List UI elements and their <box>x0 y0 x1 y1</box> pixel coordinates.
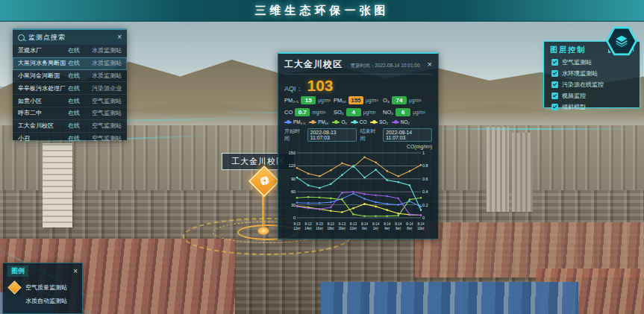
cyan-glow-line <box>418 128 642 130</box>
pollutant-value-badge: 6 <box>396 108 410 116</box>
pollutant-item: PM₁₀155µg/m³ <box>334 96 383 104</box>
series-color-line <box>309 122 316 123</box>
chart-series-legend: PM₂.₅PM₁₀O₃COSO₂NO₂ <box>284 119 432 125</box>
station-row[interactable]: 景观水厂在线水质监测站 <box>13 45 127 57</box>
svg-text:120: 120 <box>289 163 296 168</box>
station-row[interactable]: 小黑河金河断面在线水质监测站 <box>13 70 127 83</box>
station-name: 呼市二中 <box>18 109 68 117</box>
pollutant-grid: PM₂.₅15µg/m³PM₁₀155µg/m³O₃74µg/m³CO0.7mg… <box>284 96 432 116</box>
svg-text:90: 90 <box>291 177 296 181</box>
svg-text:0: 0 <box>293 216 296 220</box>
map-viewport[interactable]: 三维生态环保一张图 监测点搜索 × 景观水厂在线水质监测站大黑河水务局断面在线水… <box>0 0 644 314</box>
popup-close-icon[interactable]: × <box>428 60 432 69</box>
svg-text:20时: 20时 <box>339 227 346 230</box>
svg-text:8-13: 8-13 <box>316 222 324 226</box>
svg-text:8-13: 8-13 <box>293 222 301 226</box>
checkbox-checked-icon[interactable] <box>551 81 558 88</box>
layer-item[interactable]: 倾斜模型 <box>544 101 640 113</box>
series-legend-label: O₃ <box>341 119 346 125</box>
update-time-label: 更新时间： <box>351 63 375 68</box>
pollutant-name: SO₂ <box>334 109 344 116</box>
checkbox-checked-icon[interactable] <box>551 104 558 110</box>
pollutant-name: PM₂.₅ <box>284 97 298 104</box>
station-name: 大黑河水务局断面 <box>18 59 68 67</box>
legend-item: 水质自动监测站 <box>3 292 82 306</box>
svg-text:1: 1 <box>422 151 425 155</box>
station-row[interactable]: 如意小区在线空气监测站 <box>13 95 127 107</box>
series-legend-label: SO₂ <box>379 119 388 125</box>
legend-panel-title: 图例 <box>7 266 28 277</box>
svg-text:8-14: 8-14 <box>384 222 391 226</box>
end-time-label: 结束时间 <box>360 128 380 142</box>
layer-item[interactable]: 水环境监测站 <box>544 68 640 79</box>
station-row[interactable]: 呼市二中在线空气监测站 <box>13 107 127 120</box>
station-panel-close-icon[interactable]: × <box>117 34 122 41</box>
start-time-input[interactable]: 2022-08-13 11:07:03 <box>307 128 357 142</box>
checkbox-checked-icon[interactable] <box>551 70 558 77</box>
svg-text:0.4: 0.4 <box>422 189 428 194</box>
station-row[interactable]: 工大金川校区在线空气监测站 <box>13 120 127 133</box>
pollutant-unit: mg/m³ <box>312 110 325 115</box>
series-legend-label: PM₂.₅ <box>293 119 305 125</box>
popup-header: 工大金川校区 更新时间：2022-08-14 10:01:00 × <box>284 58 432 75</box>
series-color-line <box>392 122 399 123</box>
pollutant-value-badge: 4 <box>346 108 361 116</box>
svg-text:8-14: 8-14 <box>372 222 380 226</box>
layer-list: 空气监测站水环境监测站污染源在线监控视频监控倾斜模型 <box>544 57 640 113</box>
series-legend-item[interactable]: CO <box>351 119 366 125</box>
svg-text:8-13: 8-13 <box>328 222 335 226</box>
station-status: 在线 <box>68 134 84 142</box>
svg-text:8-14: 8-14 <box>417 222 425 226</box>
layer-item-label: 污染源在线监控 <box>562 81 604 89</box>
series-legend-item[interactable]: O₃ <box>332 119 346 125</box>
pollutant-name: NO₂ <box>383 109 393 116</box>
station-row[interactable]: 大黑河水务局断面在线水质监测站 <box>13 57 127 70</box>
pollutant-value-badge: 0.7 <box>295 108 310 116</box>
station-row[interactable]: 小召在线空气监测站 <box>13 133 127 145</box>
layer-item[interactable]: 污染源在线监控 <box>544 79 640 90</box>
time-range-row: 开始时间 2022-08-13 11:07:03 结束时间 2022-08-14… <box>284 128 432 142</box>
layer-item[interactable]: 视频监控 <box>544 90 640 101</box>
station-status: 在线 <box>68 46 84 54</box>
station-status: 在线 <box>68 97 84 105</box>
highrise-building <box>512 133 533 212</box>
svg-text:12时: 12时 <box>293 227 301 230</box>
station-name: 小黑河金河断面 <box>18 72 68 80</box>
station-name: 小召 <box>18 134 68 142</box>
layer-item[interactable]: 空气监测站 <box>544 57 640 68</box>
blue-roof-warehouses <box>321 282 578 314</box>
series-color-dot <box>311 120 315 124</box>
svg-text:18时: 18时 <box>327 227 334 230</box>
svg-text:10时: 10时 <box>417 227 425 230</box>
end-time-input[interactable]: 2022-08-14 11:07:03 <box>383 128 432 142</box>
station-status: 在线 <box>68 109 84 117</box>
svg-text:2时: 2时 <box>373 227 379 230</box>
series-color-dot <box>353 120 357 124</box>
station-type: 空气监测站 <box>84 122 122 130</box>
station-status: 在线 <box>68 84 84 92</box>
pollutant-value-badge: 155 <box>348 96 363 104</box>
series-legend-item[interactable]: PM₁₀ <box>309 119 328 125</box>
checkbox-checked-icon[interactable] <box>551 92 558 99</box>
svg-text:14时: 14时 <box>304 227 312 230</box>
station-type: 污染源企业 <box>84 84 122 92</box>
svg-text:0.8: 0.8 <box>422 163 428 168</box>
legend-panel-close-icon[interactable]: × <box>73 268 78 275</box>
layer-item-label: 视频监控 <box>562 92 586 100</box>
series-legend-item[interactable]: NO₂ <box>392 119 410 125</box>
station-row[interactable]: 辛辛板污水处理厂在线污染源企业 <box>13 82 127 95</box>
station-panel-title: 监测点搜索 <box>28 33 66 43</box>
series-color-line <box>332 122 340 123</box>
station-detail-popup: 工大金川校区 更新时间：2022-08-14 10:01:00 × AQI： 1… <box>278 52 439 239</box>
series-legend-label: PM₁₀ <box>318 119 328 125</box>
checkbox-checked-icon[interactable] <box>551 59 558 66</box>
series-legend-item[interactable]: PM₂.₅ <box>284 119 305 125</box>
svg-text:8时: 8时 <box>407 227 413 230</box>
layer-item-label: 空气监测站 <box>562 58 592 66</box>
pollutant-unit: µg/m³ <box>366 98 378 103</box>
pollutant-item: NO₂6µg/m³ <box>383 108 432 116</box>
series-color-line <box>351 122 358 123</box>
pollutant-item: O₃74µg/m³ <box>383 96 432 104</box>
svg-text:16时: 16时 <box>316 227 323 230</box>
series-legend-item[interactable]: SO₂ <box>370 119 388 125</box>
